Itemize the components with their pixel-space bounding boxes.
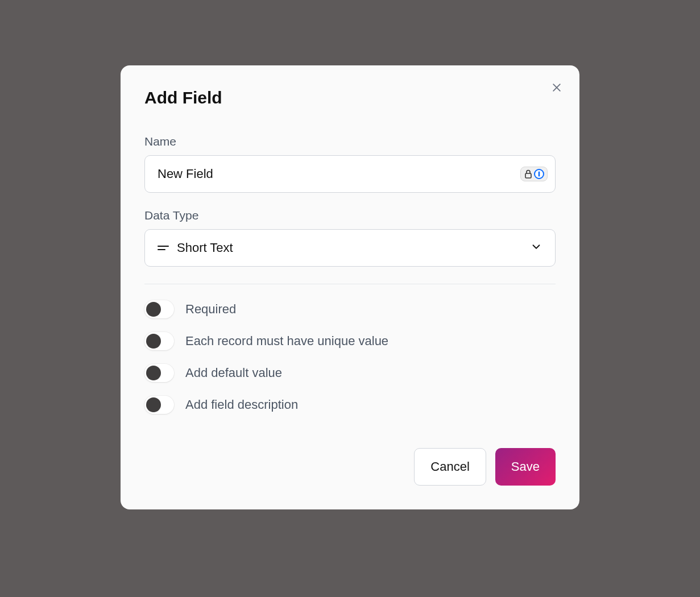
password-manager-badge[interactable] [520, 167, 548, 181]
svg-rect-2 [525, 173, 531, 178]
required-toggle-label: Required [185, 302, 236, 317]
password-manager-icon [534, 169, 544, 179]
data-type-field-group: Data Type Short Text [144, 209, 556, 267]
name-input[interactable] [144, 155, 556, 193]
name-label: Name [144, 135, 556, 148]
unique-toggle-label: Each record must have unique value [185, 334, 388, 349]
divider [144, 284, 556, 284]
required-toggle[interactable] [144, 300, 174, 318]
field-description-toggle-label: Add field description [185, 397, 298, 412]
toggle-row-default: Add default value [144, 364, 556, 382]
toggle-list: Required Each record must have unique va… [144, 300, 556, 414]
chevron-down-icon [530, 241, 542, 255]
toggle-row-required: Required [144, 300, 556, 318]
default-value-toggle-label: Add default value [185, 366, 282, 380]
data-type-selected-text: Short Text [177, 241, 233, 255]
add-field-modal: Add Field Name [121, 65, 579, 509]
default-value-toggle[interactable] [144, 364, 174, 382]
close-button[interactable] [548, 79, 566, 97]
short-text-icon [158, 243, 169, 252]
toggle-thumb [146, 366, 161, 380]
data-type-select[interactable]: Short Text [144, 229, 556, 267]
modal-title: Add Field [144, 88, 556, 107]
name-field-group: Name [144, 135, 556, 193]
field-description-toggle[interactable] [144, 396, 174, 414]
toggle-thumb [146, 302, 161, 317]
name-input-wrap [144, 155, 556, 193]
modal-footer: Cancel Save [144, 448, 556, 486]
toggle-row-description: Add field description [144, 396, 556, 414]
lock-icon [524, 169, 533, 179]
toggle-thumb [146, 397, 161, 412]
select-value-wrap: Short Text [158, 241, 233, 255]
svg-rect-4 [539, 172, 540, 177]
unique-toggle[interactable] [144, 332, 174, 350]
close-icon [551, 82, 562, 95]
toggle-row-unique: Each record must have unique value [144, 332, 556, 350]
cancel-button[interactable]: Cancel [414, 448, 486, 486]
save-button[interactable]: Save [495, 448, 556, 486]
data-type-label: Data Type [144, 209, 556, 222]
toggle-thumb [146, 334, 161, 349]
